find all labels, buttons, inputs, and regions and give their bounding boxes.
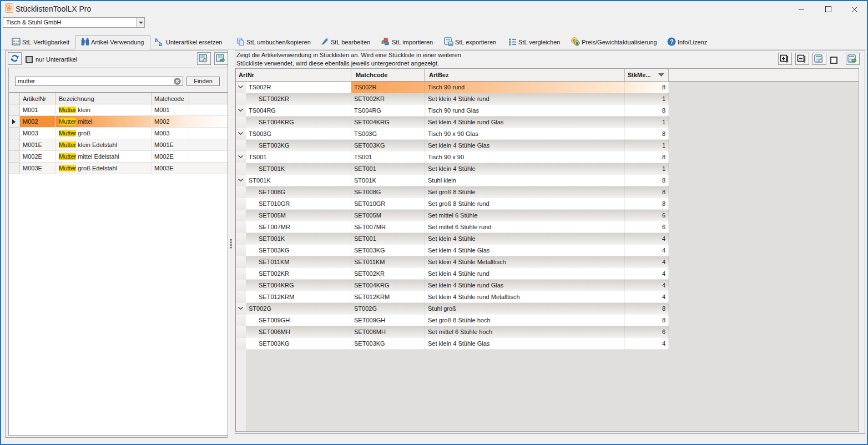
- svg-text:S: S: [576, 41, 579, 46]
- svg-text:b: b: [155, 37, 158, 43]
- svg-text:?: ?: [670, 38, 674, 45]
